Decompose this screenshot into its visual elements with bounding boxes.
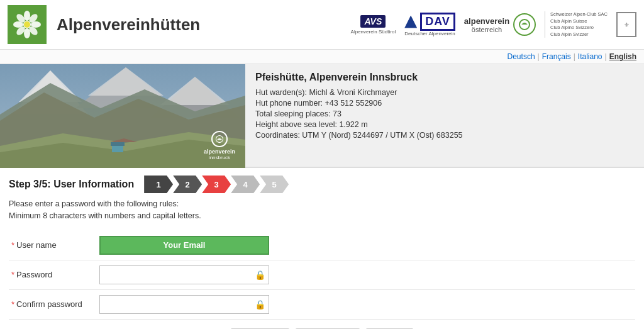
hut-image-overlay: alpenverein innsbruck: [204, 131, 235, 160]
step-item-2: 2: [173, 176, 202, 193]
username-label: *User name: [9, 231, 97, 260]
avo-logo: alpenverein österreich: [464, 13, 536, 36]
overlay-innsbruck: innsbruck: [204, 155, 235, 160]
password-input-cell: 🔒: [97, 260, 635, 289]
password-row: *Password 🔒: [9, 260, 635, 289]
step-header: Step 3/5: User Information 1 2 3 4 5: [9, 176, 635, 193]
step-bubble-5: 5: [260, 176, 289, 193]
avo-name: alpenverein: [464, 16, 509, 26]
main-content: Step 3/5: User Information 1 2 3 4 5 Ple…: [0, 168, 644, 329]
sac-logo: Schweizer Alpen-Club SAC Club Alpin Suis…: [545, 11, 608, 38]
instructions-line1: Please enter a password with the followi…: [9, 198, 635, 210]
password-input[interactable]: [99, 265, 269, 284]
user-info-form: *User name *Password 🔒: [9, 231, 635, 320]
site-title: Alpenvereinhütten: [57, 15, 200, 35]
avo-overlay-circle: [211, 131, 228, 147]
step-title: Step 3/5: User Information: [9, 179, 134, 190]
hut-coordinates: Coordinates: UTM Y (Nord) 5244697 / UTM …: [255, 131, 634, 140]
partner-logos: AVS Alpenverein Südtirol DAV Deutscher A…: [351, 11, 636, 38]
site-title-text: Alpenvereinhütten: [57, 15, 200, 34]
lang-deutsch[interactable]: Deutsch: [508, 52, 535, 61]
form-buttons: ✖ Cancel ◂ Previous Next ▸: [9, 320, 635, 330]
hut-details: Pfeishütte, Alpenverein Innsbruck Hut wa…: [245, 64, 644, 167]
username-input-cell: [97, 231, 635, 260]
overlay-alpenverein: alpenverein: [204, 148, 235, 155]
password-visibility-icon[interactable]: 🔒: [255, 270, 265, 280]
avo-circle-icon: [513, 13, 536, 36]
dav-snowflake-icon: [404, 16, 417, 28]
password-required-star: *: [11, 270, 14, 279]
confirm-password-label: *Confirm password: [9, 289, 97, 319]
hut-sleeping: Total sleeping places: 73: [255, 109, 634, 118]
confirm-password-row: *Confirm password 🔒: [9, 289, 635, 319]
confirm-password-input[interactable]: [99, 295, 269, 314]
step-item-4: 4: [231, 176, 260, 193]
hut-name: Pfeishütte, Alpenverein Innsbruck: [255, 72, 634, 83]
svg-point-9: [24, 21, 30, 28]
svg-rect-24: [111, 142, 125, 146]
avs-logo: AVS Alpenverein Südtirol: [351, 15, 396, 35]
step-item-1: 1: [144, 176, 173, 193]
confirm-password-input-cell: 🔒: [97, 289, 635, 319]
hut-height: Height above sea level: 1.922 m: [255, 120, 634, 129]
hut-image: alpenverein innsbruck: [0, 64, 245, 168]
instructions-line2: Minimum 8 characters with numbers and ca…: [9, 210, 635, 222]
username-required-star: *: [11, 240, 14, 250]
step-bubble-3: 3: [202, 176, 231, 193]
password-wrapper: 🔒: [99, 265, 269, 284]
username-input[interactable]: [99, 236, 269, 255]
step-item-3: 3: [202, 176, 231, 193]
hut-info-section: alpenverein innsbruck Pfeishütte, Alpenv…: [0, 64, 644, 168]
edelweiss-icon: [11, 9, 43, 40]
avo-suffix: österreich: [472, 26, 502, 33]
lang-italiano[interactable]: Italiano: [578, 52, 602, 61]
lang-francais[interactable]: Français: [542, 52, 571, 61]
dav-logo: DAV Deutscher Alpenverein: [404, 13, 455, 36]
step-indicators: 1 2 3 4 5: [144, 176, 289, 193]
site-logo-box: [8, 5, 47, 44]
username-row: *User name: [9, 231, 635, 260]
confirm-password-wrapper: 🔒: [99, 295, 269, 314]
hut-warden: Hut warden(s): Michl & Vroni Kirchmayer: [255, 88, 634, 97]
step-bubble-1: 1: [144, 176, 173, 193]
confirm-password-visibility-icon[interactable]: 🔒: [255, 299, 265, 309]
step-bubble-2: 2: [173, 176, 202, 193]
confirm-required-star: *: [11, 299, 14, 309]
shield-icon: ⚜: [616, 12, 636, 37]
lang-english[interactable]: English: [609, 52, 636, 61]
site-header: Alpenvereinhütten AVS Alpenverein Südtir…: [0, 0, 644, 50]
hut-phone: Hut phone number: +43 512 552906: [255, 99, 634, 108]
password-label: *Password: [9, 260, 97, 289]
language-nav: Deutsch | Français | Italiano | English: [0, 50, 644, 64]
step-item-5: 5: [260, 176, 289, 193]
step-bubble-4: 4: [231, 176, 260, 193]
step-instructions: Please enter a password with the followi…: [9, 198, 635, 222]
